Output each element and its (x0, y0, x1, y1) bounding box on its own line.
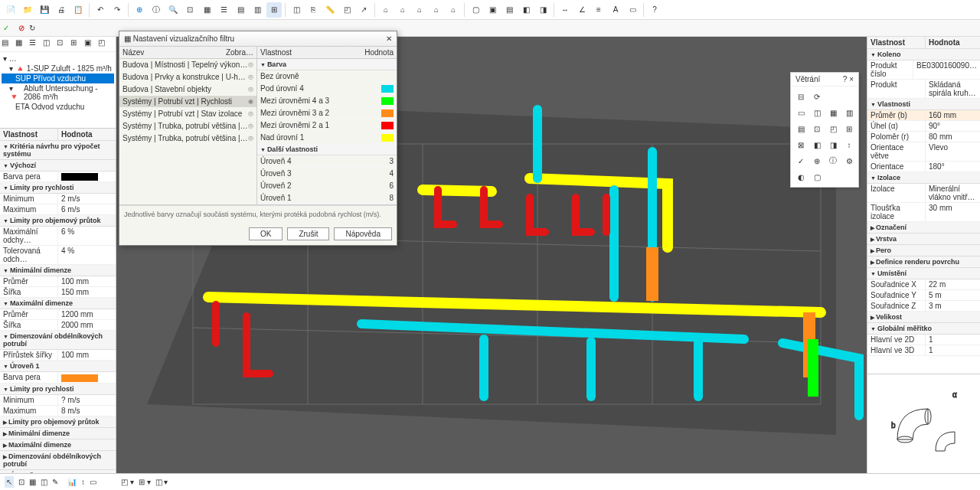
ventilation-tool-panel[interactable]: Větrání ? × ⊟⟳▭◫▦▥▤⊡◰⊞⊠◧◨↕✓⊕ⓘ⚙◐▢ (790, 72, 859, 188)
float-panel-close-icon[interactable]: ? × (843, 75, 854, 83)
prop-value[interactable]: 80 mm (926, 132, 980, 142)
tree-item[interactable]: ▾ 🔻 Abluft Untersuchung - 2086 m³/h (2, 83, 114, 102)
measure-icon[interactable]: 📏 (322, 2, 338, 18)
prop-value[interactable]: 180° (926, 162, 980, 172)
tool-icon[interactable]: ◰ (826, 122, 840, 136)
tool-icon[interactable]: ⊡ (810, 122, 824, 136)
tool-icon[interactable]: ▦ (826, 106, 840, 119)
help-button[interactable]: Nápověda (334, 227, 392, 240)
prop-row[interactable]: Produkt čísloBE0300160090… (867, 60, 980, 80)
tool-icon[interactable]: ⊠ (794, 138, 808, 152)
tool-icon[interactable]: ⟳ (810, 90, 824, 103)
filter-list-row[interactable]: Systémy | Potrubí vzt | Stav izolace◎ (119, 108, 256, 120)
prop-value[interactable]: 1 (926, 335, 980, 345)
text-icon[interactable]: A (608, 2, 623, 18)
prop-category[interactable]: Globální měřítko (867, 323, 980, 335)
prop-row[interactable]: Poloměr (r)80 mm (867, 132, 980, 142)
align-icon[interactable]: ≡ (591, 2, 606, 18)
visibility-icon[interactable]: ◎ (248, 122, 253, 129)
tool-icon[interactable]: ⚙ (842, 154, 856, 168)
prop-row[interactable]: Maximální odchy…6 % (0, 227, 116, 246)
tree-item[interactable]: ETA Odvod vzduchu (2, 102, 114, 112)
color-level-row[interactable]: Mezi úrovněmi 3 a 2 (257, 107, 397, 119)
tool-icon[interactable]: ▭ (794, 106, 808, 119)
prop-value[interactable]: 90° (926, 121, 980, 131)
copy2-icon[interactable]: ▣ (485, 2, 500, 18)
status-icon[interactable]: ◫ ▾ (155, 478, 168, 486)
prop-value[interactable]: 2000 mm (58, 320, 116, 330)
close-icon[interactable]: ✕ (386, 34, 392, 43)
tree-icon8[interactable]: ◰ (98, 38, 110, 51)
tree-icon2[interactable]: ▦ (15, 38, 28, 51)
prop-category[interactable]: Vlastnosti (867, 99, 980, 110)
prop-value[interactable]: Vlevo (926, 142, 980, 161)
prop-category[interactable]: Limity pro rychlosti (0, 182, 116, 194)
prop-row[interactable]: Orientace180° (867, 162, 980, 172)
prop-category[interactable]: Limity pro rychlosti (0, 384, 116, 395)
prop-row[interactable]: Průměr100 mm (0, 276, 116, 287)
status-icon[interactable]: ◫ (41, 478, 47, 486)
visibility-icon[interactable]: ◎ (248, 61, 253, 68)
prop-category[interactable]: Izolace (867, 172, 980, 184)
status-icon[interactable]: ◰ ▾ (121, 478, 134, 486)
prop-row[interactable]: Souřadnice X22 m (867, 279, 980, 290)
status-icon[interactable]: ✎ (52, 478, 58, 486)
prop-value[interactable]: 1 (926, 345, 980, 355)
prop-row[interactable]: Hlavní ve 3D1 (867, 345, 980, 356)
prop-category[interactable]: Velikost (867, 312, 980, 323)
tree-item-selected[interactable]: SUP Přívod vzduchu (2, 74, 114, 83)
prop-value[interactable]: Minerální vlákno vnitř… (926, 184, 980, 202)
prop-value[interactable]: 2 m/s (58, 194, 116, 204)
prop-category[interactable]: Definice renderu povrchu (867, 256, 980, 268)
apply-icon[interactable]: ✓ (3, 24, 9, 32)
prop-row[interactable]: Barva pera (0, 372, 116, 383)
info-icon[interactable]: ⓘ (149, 2, 164, 18)
color-swatch[interactable] (381, 97, 394, 105)
ok-button[interactable]: OK (249, 227, 283, 240)
open-icon[interactable]: 📁 (20, 2, 35, 18)
prop-category[interactable]: Úroveň 1 (0, 361, 116, 372)
cancel-button[interactable]: Zrušit (287, 227, 329, 240)
prop-row[interactable]: Minimum2 m/s (0, 194, 116, 204)
tool-icon[interactable]: ◐ (794, 170, 808, 184)
level-value-row[interactable]: Úroveň 26 (257, 180, 397, 192)
tool-icon[interactable]: ▤ (794, 122, 808, 136)
prop-row[interactable]: Maximum8 m/s (0, 406, 116, 416)
color-swatch[interactable] (381, 122, 394, 129)
zoom-extents-icon[interactable]: ⊡ (182, 2, 198, 18)
tree-item[interactable]: ▾ 🔺 1-SUP Zuluft - 1825 m³/h (2, 64, 114, 74)
dialog-titlebar[interactable]: ▦ Nastavení vizualizačního filtru ✕ (119, 31, 397, 47)
prop-value[interactable]: 8 m/s (58, 406, 116, 416)
undo-icon[interactable]: ↶ (93, 2, 108, 18)
prop-category[interactable]: Vrstva (867, 234, 980, 245)
prop-value[interactable]: 6 % (58, 227, 116, 245)
prop-category[interactable]: Limity pro objemový průtok (0, 215, 116, 227)
status-icon[interactable]: ↖ (5, 476, 14, 488)
prop-row[interactable]: IzolaceMinerální vlákno vnitř… (867, 184, 980, 203)
tree-root[interactable]: ▾ … (2, 54, 114, 64)
prop-row[interactable]: Minimum? m/s (0, 395, 116, 406)
tool-icon[interactable]: ▢ (810, 170, 824, 184)
system-tree[interactable]: ▾ … ▾ 🔺 1-SUP Zuluft - 1825 m³/h SUP Pří… (0, 52, 116, 113)
tree-icon3[interactable]: ☰ (29, 38, 41, 51)
prop-row[interactable]: Průměr1200 mm (0, 309, 116, 320)
prop-value[interactable]: 100 mm (58, 350, 116, 360)
home3-icon[interactable]: ⌂ (412, 2, 427, 18)
copy-icon[interactable]: 📋 (70, 2, 86, 18)
prop-value[interactable]: 160 mm (926, 110, 980, 120)
tree-icon7[interactable]: ▣ (84, 38, 96, 51)
box-icon[interactable]: ◫ (289, 2, 304, 18)
extract-icon[interactable]: ⎘ (305, 2, 321, 18)
color-level-row[interactable]: Mezi úrovněmi 2 a 1 (257, 119, 397, 132)
color-level-row[interactable]: Bez úrovně (257, 70, 397, 83)
tool-icon[interactable] (826, 90, 840, 103)
tool-icon[interactable]: ▥ (842, 106, 856, 119)
prop-row[interactable]: Barva pera (0, 172, 116, 182)
home1-icon[interactable]: ⌂ (378, 2, 394, 18)
tool-icon[interactable]: ⊕ (810, 154, 824, 168)
clip-icon[interactable]: ◧ (518, 2, 534, 18)
filter-list-row[interactable]: Systémy | Trubka, potrubí většina | Krit… (119, 120, 256, 132)
layers-icon[interactable]: ☰ (216, 2, 231, 18)
prop-category[interactable]: Maximální dimenze (0, 298, 116, 309)
prop-category[interactable]: Pero (867, 245, 980, 256)
